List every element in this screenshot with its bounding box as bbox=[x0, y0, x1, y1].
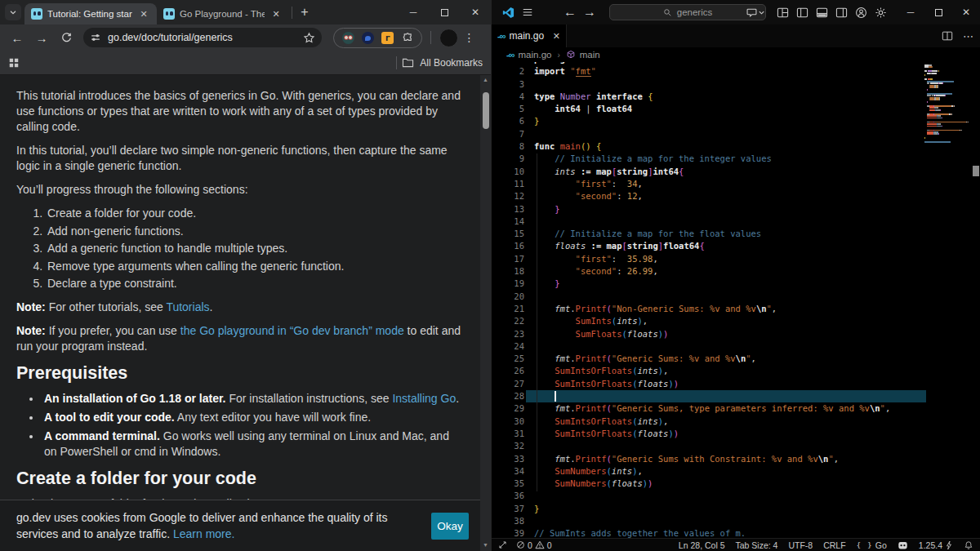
code-token: , bbox=[885, 403, 890, 413]
line-number: 11 bbox=[492, 178, 524, 190]
customize-layout-icon[interactable] bbox=[773, 2, 792, 22]
code-token bbox=[534, 403, 555, 413]
bird-extension-icon[interactable] bbox=[362, 32, 374, 44]
breadcrumb-symbol[interactable]: main bbox=[580, 50, 600, 60]
line-number: 32 bbox=[492, 440, 524, 452]
back-button[interactable]: ← bbox=[7, 27, 28, 48]
tab-size[interactable]: Tab Size: 4 bbox=[735, 540, 777, 550]
maximize-icon bbox=[441, 9, 448, 16]
code-token: Printf bbox=[576, 454, 607, 464]
editor-tab-close-icon[interactable]: ✕ bbox=[553, 31, 560, 42]
line-number: 27 bbox=[492, 378, 524, 390]
tab-close-icon[interactable]: ✕ bbox=[270, 7, 283, 20]
line-number: 34 bbox=[492, 465, 524, 478]
menu-hamburger-icon[interactable] bbox=[518, 2, 537, 22]
editor-tab-maingo[interactable]: -∞ main.go ✕ bbox=[492, 24, 567, 47]
maximize-icon bbox=[935, 9, 942, 16]
code-token: , bbox=[772, 304, 777, 313]
problems-indicator[interactable]: 0 0 bbox=[516, 540, 552, 550]
code-editor[interactable]: 1package main2import "fmt"34type Number … bbox=[492, 62, 980, 538]
toggle-primary-sidebar-icon[interactable] bbox=[792, 2, 812, 22]
code-token: 34 bbox=[627, 179, 638, 189]
tab-close-icon[interactable]: ✕ bbox=[137, 7, 150, 20]
forward-button[interactable]: → bbox=[31, 27, 52, 48]
code-text bbox=[524, 340, 534, 353]
browser-menu-icon[interactable]: ⋮ bbox=[461, 31, 478, 44]
page-ul: An installation of Go 1.18 or later. For… bbox=[16, 391, 462, 460]
owl-extension-icon[interactable] bbox=[342, 32, 354, 44]
code-token: { bbox=[596, 141, 601, 151]
account-icon[interactable] bbox=[851, 2, 871, 22]
vscode-minimize-button[interactable]: ─ bbox=[897, 0, 924, 24]
code-line: 12 "second": 12, bbox=[492, 190, 980, 202]
toggle-secondary-sidebar-icon[interactable] bbox=[831, 2, 851, 22]
gopher-indicator[interactable] bbox=[898, 540, 908, 550]
notifications-bell[interactable] bbox=[964, 540, 973, 550]
page-link[interactable]: Installing Go bbox=[392, 392, 456, 405]
editor-scrollbar-thumb[interactable] bbox=[973, 166, 979, 176]
go-version[interactable]: 1.25.4 bbox=[919, 540, 953, 550]
code-token: " bbox=[570, 66, 575, 76]
close-button[interactable]: ✕ bbox=[460, 0, 491, 24]
scroll-up-icon[interactable]: ▲ bbox=[483, 75, 488, 85]
code-line: 2import "fmt" bbox=[492, 65, 980, 78]
scroll-down-icon[interactable]: ▼ bbox=[480, 540, 491, 550]
code-token: int64 bbox=[555, 104, 581, 113]
code-token: , bbox=[751, 353, 756, 363]
settings-gear-icon[interactable] bbox=[871, 2, 890, 22]
toggle-panel-icon[interactable] bbox=[812, 2, 831, 22]
code-token: fmt bbox=[555, 403, 570, 413]
more-actions-icon[interactable]: ⋯ bbox=[963, 30, 973, 42]
site-settings-icon bbox=[90, 32, 101, 43]
code-line: 17 "first": 35.98, bbox=[492, 253, 980, 265]
page-link[interactable]: Tutorials bbox=[166, 300, 209, 313]
minimize-button[interactable]: ─ bbox=[398, 0, 429, 24]
code-line: 23 SumFloats(floats)) bbox=[492, 328, 980, 340]
tab-search-button[interactable] bbox=[5, 4, 21, 20]
bold-text: Note: bbox=[16, 324, 46, 337]
bookmark-star-icon[interactable] bbox=[303, 32, 315, 44]
scrollbar-thumb[interactable] bbox=[483, 92, 489, 129]
history-forward-icon[interactable]: → bbox=[580, 2, 599, 22]
split-editor-icon[interactable] bbox=[942, 30, 953, 42]
browser-window: Tutorial: Getting started with ge ✕ Go P… bbox=[0, 0, 491, 551]
cursor-position[interactable]: Ln 28, Col 5 bbox=[679, 540, 725, 550]
code-token: } bbox=[555, 278, 559, 288]
r-extension-icon[interactable]: r bbox=[381, 32, 394, 44]
maximize-button[interactable] bbox=[429, 0, 460, 24]
remote-indicator[interactable] bbox=[498, 540, 507, 549]
page-h2: Prerequisites bbox=[16, 364, 462, 383]
reload-button[interactable] bbox=[56, 27, 77, 48]
breadcrumb-file[interactable]: main.go bbox=[519, 50, 552, 60]
language-mode[interactable]: { }Go bbox=[857, 540, 887, 550]
okay-button[interactable]: Okay bbox=[431, 513, 469, 540]
encoding[interactable]: UTF-8 bbox=[788, 540, 813, 550]
code-text: } bbox=[524, 203, 560, 216]
page-link[interactable]: the Go playground in “Go dev branch” mod… bbox=[180, 324, 404, 337]
new-tab-button[interactable]: + bbox=[295, 2, 314, 22]
vscode-maximize-button[interactable] bbox=[924, 0, 952, 24]
history-back-icon[interactable]: ← bbox=[560, 2, 580, 22]
extensions-puzzle-icon[interactable] bbox=[401, 32, 413, 44]
code-token: int64 bbox=[653, 167, 679, 176]
minimap[interactable] bbox=[924, 64, 972, 144]
code-text: ints := map[string]int64{ bbox=[524, 166, 684, 178]
apps-grid-icon[interactable] bbox=[8, 57, 20, 69]
chat-dropdown-chevron-icon[interactable] bbox=[756, 2, 766, 22]
eol-indicator[interactable]: CRLF bbox=[823, 540, 845, 550]
code-token: , bbox=[643, 316, 648, 326]
browser-tab-tutorial[interactable]: Tutorial: Getting started with ge ✕ bbox=[24, 3, 157, 24]
code-line: 5 int64 | float64 bbox=[492, 103, 980, 115]
all-bookmarks-button[interactable]: All Bookmarks bbox=[402, 57, 483, 69]
learn-more-link[interactable]: Learn more. bbox=[173, 527, 234, 540]
browser-tab-playground[interactable]: Go Playground - The Go Progra ✕ bbox=[157, 3, 289, 24]
address-bar[interactable]: go.dev/doc/tutorial/generics bbox=[83, 28, 322, 47]
code-token bbox=[534, 304, 555, 313]
lightning-icon bbox=[945, 540, 953, 550]
code-token: ints bbox=[637, 416, 657, 426]
profile-avatar[interactable] bbox=[439, 29, 458, 47]
vscode-close-button[interactable]: ✕ bbox=[952, 0, 980, 24]
browser-scrollbar[interactable]: ▲ ▼ bbox=[480, 75, 491, 551]
text-run: In this tutorial, you’ll declare two sim… bbox=[16, 144, 448, 172]
code-token: package bbox=[534, 62, 570, 64]
